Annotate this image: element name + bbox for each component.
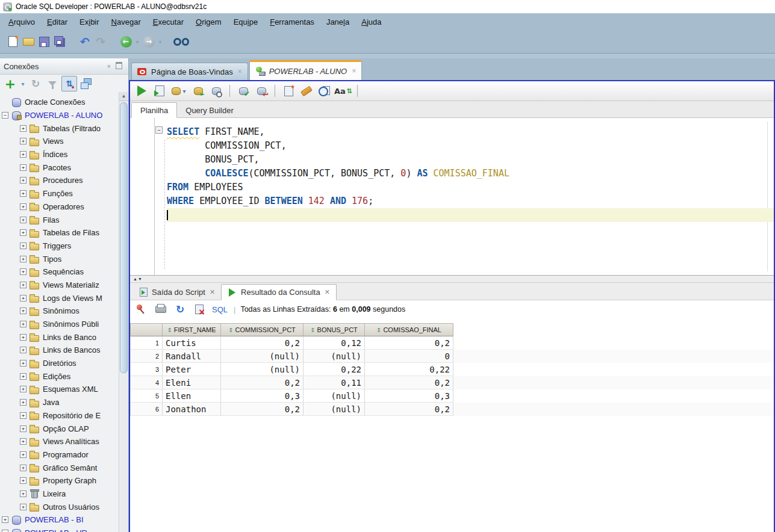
cell[interactable]: (null) bbox=[303, 403, 365, 416]
add-connection-icon[interactable] bbox=[2, 76, 18, 91]
expand-toggle-icon[interactable]: + bbox=[20, 125, 26, 132]
table-row[interactable]: 6Jonathon0,2(null)0,2 bbox=[130, 403, 774, 416]
history-icon[interactable] bbox=[317, 83, 332, 99]
tree-item-esquemas-xml[interactable]: +Esquemas XML bbox=[0, 383, 128, 396]
pane-splitter[interactable]: ▲ ▼ bbox=[130, 276, 774, 283]
cell[interactable]: 0,3 bbox=[221, 389, 303, 403]
splitter-collapse-down-icon[interactable]: ▼ bbox=[138, 277, 142, 281]
column-header-bonus-pct[interactable]: ⇕BONUS_PCT bbox=[303, 323, 365, 336]
expand-toggle-icon[interactable]: + bbox=[20, 360, 26, 367]
cell[interactable]: 0 bbox=[365, 350, 453, 363]
cell[interactable]: (null) bbox=[303, 350, 365, 363]
tree-scrollbar[interactable]: ▲ bbox=[119, 92, 128, 532]
expand-toggle-icon[interactable]: + bbox=[20, 243, 26, 249]
tree-item-views-materializ[interactable]: +Views Materializ bbox=[0, 279, 128, 292]
expand-toggle-icon[interactable]: + bbox=[20, 425, 26, 432]
tree-item-procedures[interactable]: +Procedures bbox=[0, 174, 128, 187]
tree-item-gr-fico-sem-nt[interactable]: +Gráfico Semânt bbox=[0, 461, 128, 474]
menu-executar[interactable]: Executar bbox=[147, 15, 190, 29]
run-icon[interactable] bbox=[134, 83, 149, 99]
tab-planilha[interactable]: Planilha bbox=[131, 102, 177, 118]
cell[interactable]: 0,2 bbox=[365, 376, 453, 389]
menu-exibir[interactable]: Exibir bbox=[73, 15, 105, 29]
delete-results-icon[interactable] bbox=[191, 302, 207, 317]
sql-link[interactable]: SQL bbox=[212, 305, 228, 314]
cell[interactable]: 0,12 bbox=[303, 336, 365, 350]
open-folder-icon[interactable] bbox=[20, 34, 36, 49]
tree-item-java[interactable]: +Java bbox=[0, 396, 128, 409]
menu-janela[interactable]: Janela bbox=[320, 15, 355, 29]
tree-item-operadores[interactable]: +Operadores bbox=[0, 200, 128, 214]
tree-item-ndices[interactable]: +Índices bbox=[0, 148, 128, 161]
tree-item-tabelas-filtrado[interactable]: +Tabelas (Filtrado bbox=[0, 122, 128, 135]
tree-item-tabelas-de-filas[interactable]: +Tabelas de Filas bbox=[0, 226, 128, 240]
menu-ferramentas[interactable]: Ferramentas bbox=[264, 15, 320, 29]
tab-sa-da-do-script[interactable]: Saída do Script✕ bbox=[132, 285, 221, 300]
menu-ajuda[interactable]: Ajuda bbox=[355, 15, 387, 29]
close-icon[interactable]: × bbox=[238, 67, 242, 76]
table-row[interactable]: 2Randall(null)(null)0 bbox=[130, 350, 774, 363]
expand-toggle-icon[interactable]: + bbox=[20, 477, 26, 484]
tab-query-builder[interactable]: Query Builder bbox=[177, 103, 241, 117]
commit-icon[interactable] bbox=[235, 83, 251, 99]
menu-arquivo[interactable]: Arquivo bbox=[2, 15, 41, 29]
expand-toggle-icon[interactable]: + bbox=[20, 164, 26, 171]
scrollbar-thumb[interactable] bbox=[120, 102, 128, 373]
tree-item-powerlab-aluno[interactable]: −POWERLAB - ALUNO bbox=[0, 109, 128, 122]
tree-item-powerlab-hr[interactable]: +POWERLAB - HR bbox=[0, 527, 128, 532]
run-script-icon[interactable] bbox=[152, 83, 167, 99]
undo-icon[interactable] bbox=[77, 34, 93, 49]
cell[interactable]: 0,2 bbox=[365, 336, 453, 350]
expand-toggle-icon[interactable]: + bbox=[20, 373, 26, 380]
tree-item-links-de-banco[interactable]: +Links de Banco bbox=[0, 330, 128, 344]
expand-toggle-icon[interactable]: + bbox=[2, 516, 8, 523]
code-line[interactable]: BONUS_PCT, bbox=[167, 153, 774, 167]
tab-powerlab-aluno[interactable]: POWERLAB - ALUNO× bbox=[249, 60, 363, 80]
column-header-commission-pct[interactable]: ⇕COMMISSION_PCT bbox=[221, 323, 303, 336]
tree-item-logs-de-views-m[interactable]: +Logs de Views M bbox=[0, 291, 128, 305]
case-toggle-icon[interactable] bbox=[335, 83, 352, 99]
forward-dropdown-icon[interactable] bbox=[157, 34, 164, 49]
menu-navegar[interactable]: Navegar bbox=[105, 15, 147, 29]
expand-toggle-icon[interactable]: + bbox=[20, 438, 26, 445]
tree-item-sin-nimos[interactable]: +Sinônimos bbox=[0, 305, 128, 318]
refresh-icon[interactable] bbox=[28, 76, 43, 91]
expand-toggle-icon[interactable]: + bbox=[20, 217, 26, 223]
rollback-icon[interactable] bbox=[254, 83, 269, 99]
panel-close-icon[interactable]: × bbox=[105, 63, 113, 70]
tree-item-sequ-ncias[interactable]: +Sequências bbox=[0, 265, 128, 279]
redo-icon[interactable] bbox=[93, 34, 108, 49]
tree-item-oracle-conex-es[interactable]: Oracle Conexões bbox=[0, 96, 128, 109]
tree-item-filas[interactable]: +Filas bbox=[0, 213, 128, 226]
expand-toggle-icon[interactable]: − bbox=[2, 112, 8, 119]
expand-toggle-icon[interactable]: + bbox=[20, 490, 26, 497]
tree-item-programador[interactable]: +Programador bbox=[0, 448, 128, 462]
find-icon[interactable] bbox=[173, 34, 189, 49]
cell[interactable]: (null) bbox=[221, 350, 303, 363]
save-all-icon[interactable] bbox=[52, 34, 67, 49]
tree-item-outros-usu-rios[interactable]: +Outros Usuários bbox=[0, 500, 128, 513]
cell[interactable]: Eleni bbox=[163, 376, 221, 389]
tree-item-diret-rios[interactable]: +Diretórios bbox=[0, 357, 128, 370]
menu-equipe[interactable]: Equipe bbox=[228, 15, 264, 29]
expand-toggle-icon[interactable]: + bbox=[20, 451, 26, 458]
explain-plan-icon[interactable] bbox=[208, 83, 224, 99]
code-line[interactable]: COALESCE(COMMISSION_PCT, BONUS_PCT, 0) A… bbox=[167, 167, 774, 181]
tree-item-views-anal-ticas[interactable]: +Views Analíticas bbox=[0, 435, 128, 448]
cell[interactable]: 0,2 bbox=[221, 376, 303, 389]
expand-toggle-icon[interactable]: + bbox=[20, 465, 26, 471]
column-header-comissao-final[interactable]: ⇕COMISSAO_FINAL bbox=[365, 323, 453, 336]
cell[interactable]: 0,22 bbox=[303, 363, 365, 376]
cell[interactable]: 0,2 bbox=[221, 403, 303, 416]
table-row[interactable]: 4Eleni0,20,110,2 bbox=[130, 376, 774, 389]
tab-p-gina-de-boas-vindas[interactable]: Página de Boas-Vindas× bbox=[131, 63, 248, 80]
code-line[interactable] bbox=[167, 208, 774, 222]
unshared-icon[interactable] bbox=[281, 83, 296, 99]
expand-toggle-icon[interactable]: + bbox=[20, 504, 26, 510]
tree-item-sin-nimos-p-bli[interactable]: +Sinônimos Públi bbox=[0, 318, 128, 331]
expand-toggle-icon[interactable]: + bbox=[20, 203, 26, 210]
tab-resultado-da-consulta[interactable]: Resultado da Consulta✕ bbox=[221, 284, 337, 300]
expand-toggle-icon[interactable]: + bbox=[20, 256, 26, 262]
cell[interactable]: 0,11 bbox=[303, 376, 365, 389]
autotrace-icon[interactable] bbox=[190, 83, 206, 99]
